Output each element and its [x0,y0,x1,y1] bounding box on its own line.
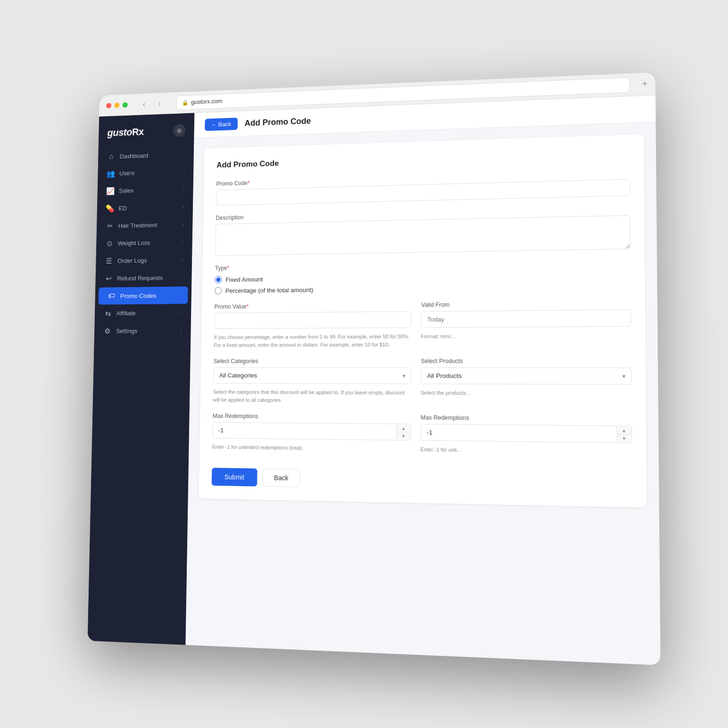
new-tab-button[interactable]: + [642,79,647,90]
select-products-label: Select Products [421,358,631,365]
description-group: Description [215,206,630,256]
max-redemptions-label: Max Redemptions [213,413,411,421]
radio-fixed-amount[interactable]: Fixed Amount [215,271,631,283]
settings-icon: ⚙ [103,327,112,335]
sidebar-item-label: Dashboard [119,152,148,160]
max-redemptions-right-hint: Enter -1 for unli... [420,446,632,456]
max-redemptions-input[interactable] [212,422,411,440]
back-form-button[interactable]: Back [263,468,300,487]
refund-icon: ↩ [104,274,113,283]
close-button[interactable] [106,103,111,109]
form-card-title: Add Promo Code [217,148,630,170]
valid-from-format: Format: mm/... [421,332,631,341]
promo-codes-icon: 🏷 [107,292,116,300]
sidebar-item-sales[interactable]: 📈 Sales › [97,180,193,200]
max-redemptions-hint: Enter -1 for unlimited redemptions (tota… [212,443,411,454]
sidebar-item-label: Sales [119,187,134,194]
categories-products-row: Select Categories All Categories ▾ Selec… [213,358,632,406]
spinner-right-buttons: ▲ ▼ [617,427,631,442]
form-actions: Submit Back [211,460,632,493]
spinner-right-down-button[interactable]: ▼ [617,435,631,442]
spinner-right-up-button[interactable]: ▲ [617,427,631,435]
sidebar-item-settings[interactable]: ⚙ Settings › [94,322,191,340]
sidebar-item-label: Order Logs [118,257,147,264]
sidebar-item-users[interactable]: 👥 Users › [98,163,193,183]
chevron-right-icon: › [182,204,184,209]
url-text: gustorx.com [191,98,222,106]
max-redemptions-right-label: Max Redemptions [420,414,632,423]
back-browser-button[interactable]: ‹ [138,98,150,110]
select-categories-input[interactable]: All Categories [213,367,411,384]
chevron-right-icon: › [182,222,184,227]
radio-fixed-input[interactable] [215,276,222,283]
max-redemptions-row: Max Redemptions ▲ ▼ Enter -1 for unlimit… [212,413,632,456]
promo-value-hint: If you choose percentage, enter a number… [214,333,411,349]
radio-percentage-input[interactable] [215,287,222,294]
chevron-right-icon: › [181,328,182,333]
sidebar-item-label: Weight Loss [118,239,150,247]
ed-icon: 💊 [106,204,115,213]
sidebar-item-label: Promo Codes [120,292,156,299]
promo-value-input[interactable] [214,311,412,329]
sidebar-action-button[interactable]: ⊕ [173,124,185,137]
chevron-right-icon: › [182,240,183,245]
valid-from-input[interactable] [421,309,631,328]
sidebar-item-weight-loss[interactable]: ⊙ Weight Loss › [96,233,192,253]
submit-button[interactable]: Submit [211,467,257,486]
select-products-wrapper: All Products ▾ [421,367,632,385]
sidebar-item-refund-requests[interactable]: ↩ Refund Requests [95,269,192,288]
spinner-down-button[interactable]: ▼ [397,432,410,439]
dashboard-icon: ⌂ [107,152,115,160]
chevron-right-icon: › [181,310,182,316]
select-categories-label: Select Categories [213,358,411,364]
sidebar-item-promo-codes[interactable]: 🏷 Promo Codes [99,286,188,304]
radio-fixed-label: Fixed Amount [226,276,263,283]
forward-browser-button[interactable]: › [154,97,166,109]
app-container: gustoRx ⊕ ⌂ Dashboard 👥 Users › 📈 [88,95,661,665]
sidebar-item-label: Users [119,170,135,177]
main-content: ← Back Add Promo Code Add Promo Code Pro… [185,95,660,665]
logo-text: gustoRx [107,126,144,139]
categories-row: Select Categories All Categories ▾ Selec… [213,358,632,406]
radio-percentage[interactable]: Percentage (of the total amount) [215,282,631,294]
select-products-group: Select Products All Products ▾ Select th… [420,358,631,406]
form-container: Add Promo Code Promo Code* Description [185,122,660,665]
sidebar-item-order-logs[interactable]: ☰ Order Logs › [96,251,192,270]
sidebar-item-dashboard[interactable]: ⌂ Dashboard [98,146,194,165]
max-redemptions-right-spinner: ▲ ▼ [420,424,632,443]
order-logs-icon: ☰ [104,257,113,265]
minimize-button[interactable] [114,102,119,108]
sidebar-item-label: Settings [116,328,137,335]
sidebar-item-hair-treatment[interactable]: ✂ Hair Treatment › [97,215,193,235]
sales-icon: 📈 [106,187,115,195]
valid-from-label: Valid From [421,300,631,308]
sidebar-logo: gustoRx ⊕ [99,120,194,148]
promo-value-label: Promo Value* [214,302,411,310]
max-redemptions-spinner: ▲ ▼ [212,422,411,440]
maximize-button[interactable] [122,102,127,108]
affiliate-icon: ⇆ [103,309,112,318]
valid-from-group: Valid From Format: mm/... [421,300,631,348]
radio-group: Fixed Amount Percentage (of the total am… [215,271,631,294]
select-products-input[interactable]: All Products [421,367,632,385]
hair-treatment-icon: ✂ [105,222,114,230]
lock-icon: 🔒 [182,99,189,106]
type-section: Type* Fixed Amount Percentage (of the to… [215,259,631,294]
description-textarea[interactable] [215,215,630,256]
sidebar: gustoRx ⊕ ⌂ Dashboard 👥 Users › 📈 [88,113,195,645]
chevron-right-icon: › [183,187,184,192]
max-redemptions-right-input[interactable] [420,424,632,443]
sidebar-item-affiliate[interactable]: ⇆ Affiliate › [95,304,191,322]
sidebar-item-ed[interactable]: 💊 ED › [97,198,193,218]
spinner-buttons: ▲ ▼ [397,425,410,440]
max-redemptions-right-group: Max Redemptions ▲ ▼ Enter -1 for unli... [420,414,632,456]
page-title: Add Promo Code [245,116,311,128]
select-categories-wrapper: All Categories ▾ [213,367,411,384]
promo-code-group: Promo Code* [216,169,630,206]
sidebar-item-label: Affiliate [117,310,136,317]
back-header-button[interactable]: ← Back [205,118,237,131]
spinner-up-button[interactable]: ▲ [397,425,410,432]
weight-loss-icon: ⊙ [105,239,114,248]
max-redemptions-pair-row: Max Redemptions ▲ ▼ Enter -1 for unlimit… [212,413,632,456]
select-categories-hint: Select the categories that this discount… [213,388,411,405]
